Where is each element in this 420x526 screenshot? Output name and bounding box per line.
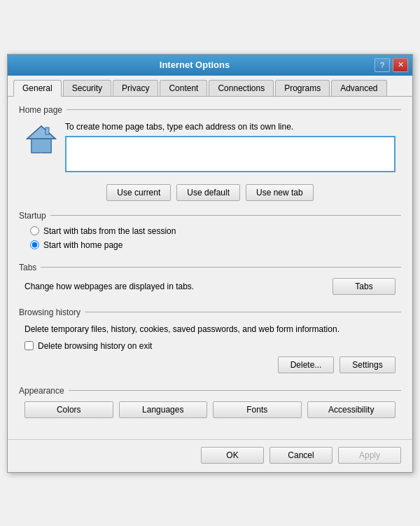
startup-option2[interactable]: Start with home page <box>30 240 390 250</box>
startup-option1[interactable]: Start with tabs from the last session <box>30 226 390 236</box>
startup-radio2[interactable] <box>30 240 39 249</box>
delete-on-exit-checkbox[interactable] <box>24 341 34 350</box>
tabs-section: Tabs Change how webpages are displayed i… <box>19 263 401 298</box>
internet-options-window: Internet Options ? ✕ General Security Pr… <box>7 54 413 473</box>
tabs-section-inner: Change how webpages are displayed in tab… <box>19 275 401 298</box>
main-content: Home page To create home page tabs, type… <box>8 97 412 439</box>
home-page-right: To create home page tabs, type each addr… <box>65 122 396 174</box>
languages-button[interactable]: Languages <box>119 401 208 418</box>
tabs-section-label: Tabs <box>19 263 401 272</box>
tab-bar: General Security Privacy Content Connect… <box>8 76 412 97</box>
house-icon <box>24 122 58 155</box>
delete-button[interactable]: Delete... <box>278 357 334 373</box>
tab-security[interactable]: Security <box>63 80 111 96</box>
close-button[interactable]: ✕ <box>393 58 408 72</box>
apply-button[interactable]: Apply <box>338 447 401 464</box>
tab-connections[interactable]: Connections <box>209 80 274 96</box>
colors-button[interactable]: Colors <box>24 401 113 418</box>
title-bar-controls: ? ✕ <box>374 58 408 72</box>
settings-button[interactable]: Settings <box>340 357 396 373</box>
bottom-bar: OK Cancel Apply <box>8 439 412 472</box>
home-page-url-input[interactable] <box>65 136 396 172</box>
tab-content[interactable]: Content <box>160 80 207 96</box>
startup-radio-group: Start with tabs from the last session St… <box>19 223 401 253</box>
appearance-section-label: Appearance <box>19 386 401 396</box>
window-title: Internet Options <box>15 60 374 70</box>
startup-option2-label: Start with home page <box>43 240 122 250</box>
fonts-button[interactable]: Fonts <box>213 401 302 418</box>
browsing-history-section-label: Browsing history <box>19 307 401 317</box>
startup-section-label: Startup <box>19 211 401 221</box>
title-bar: Internet Options ? ✕ <box>8 55 412 76</box>
browsing-history-buttons: Delete... Settings <box>19 354 401 376</box>
ok-button[interactable]: OK <box>201 447 264 464</box>
home-page-section: Home page To create home page tabs, type… <box>19 105 401 201</box>
tab-programs[interactable]: Programs <box>275 80 330 96</box>
startup-section: Startup Start with tabs from the last se… <box>19 211 401 253</box>
cancel-button[interactable]: Cancel <box>270 447 332 464</box>
appearance-buttons: Colors Languages Fonts Accessibility <box>19 399 401 421</box>
browsing-history-section: Browsing history Delete temporary files,… <box>19 307 401 376</box>
tab-advanced[interactable]: Advanced <box>331 80 386 96</box>
startup-option1-label: Start with tabs from the last session <box>43 226 176 236</box>
svg-marker-3 <box>27 126 55 139</box>
help-button[interactable]: ? <box>374 58 390 72</box>
use-current-button[interactable]: Use current <box>106 184 171 201</box>
startup-radio1[interactable] <box>30 226 39 235</box>
browsing-history-description: Delete temporary files, history, cookies… <box>19 320 401 338</box>
use-new-tab-button[interactable]: Use new tab <box>246 184 314 201</box>
home-page-buttons: Use current Use default Use new tab <box>19 184 401 201</box>
use-default-button[interactable]: Use default <box>176 184 240 201</box>
svg-rect-4 <box>46 127 49 134</box>
svg-rect-2 <box>31 139 51 153</box>
delete-on-exit-label: Delete browsing history on exit <box>38 341 152 351</box>
tab-privacy[interactable]: Privacy <box>113 80 158 96</box>
home-page-description: To create home page tabs, type each addr… <box>65 122 396 132</box>
home-page-inner: To create home page tabs, type each addr… <box>19 118 401 179</box>
delete-on-exit-row: Delete browsing history on exit <box>19 338 401 354</box>
appearance-section: Appearance Colors Languages Fonts Access… <box>19 386 401 421</box>
tab-general[interactable]: General <box>13 80 62 97</box>
accessibility-button[interactable]: Accessibility <box>307 401 396 418</box>
tabs-description: Change how webpages are displayed in tab… <box>24 282 326 291</box>
home-page-section-label: Home page <box>19 105 401 115</box>
tabs-button[interactable]: Tabs <box>332 278 396 295</box>
